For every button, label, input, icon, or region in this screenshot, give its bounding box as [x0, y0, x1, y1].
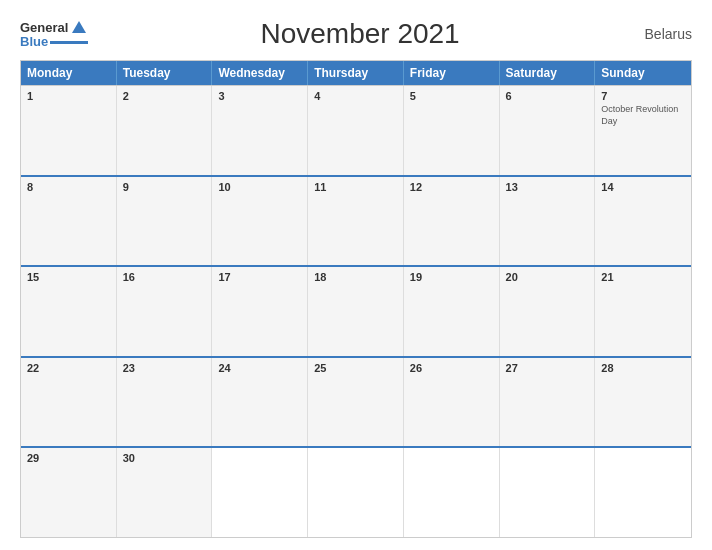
day-cell-23: 23: [117, 358, 213, 447]
day-cell-21: 21: [595, 267, 691, 356]
header-friday: Friday: [404, 61, 500, 85]
day-cell-20: 20: [500, 267, 596, 356]
header-saturday: Saturday: [500, 61, 596, 85]
logo-general-text: General: [20, 21, 68, 34]
country-label: Belarus: [632, 26, 692, 42]
calendar: Monday Tuesday Wednesday Thursday Friday…: [20, 60, 692, 538]
header-monday: Monday: [21, 61, 117, 85]
header-sunday: Sunday: [595, 61, 691, 85]
day-cell-15: 15: [21, 267, 117, 356]
day-cell-9: 9: [117, 177, 213, 266]
holiday-oct-rev: October Revolution Day: [601, 104, 685, 127]
weeks-container: 1 2 3 4 5 6 7 October Revolution Day 8 9…: [21, 85, 691, 537]
day-cell-empty-2: [308, 448, 404, 537]
day-cell-17: 17: [212, 267, 308, 356]
day-cell-10: 10: [212, 177, 308, 266]
logo-triangle-icon: [72, 21, 86, 33]
page-title: November 2021: [88, 18, 632, 50]
logo-line: [50, 41, 88, 44]
header: General Blue November 2021 Belarus: [20, 18, 692, 50]
day-cell-empty-3: [404, 448, 500, 537]
page: General Blue November 2021 Belarus Monda…: [0, 0, 712, 550]
header-tuesday: Tuesday: [117, 61, 213, 85]
logo-blue-text: Blue: [20, 35, 48, 48]
day-cell-19: 19: [404, 267, 500, 356]
logo: General Blue: [20, 21, 88, 48]
day-cell-27: 27: [500, 358, 596, 447]
day-cell-13: 13: [500, 177, 596, 266]
day-cell-empty-4: [500, 448, 596, 537]
header-wednesday: Wednesday: [212, 61, 308, 85]
week-row-4: 22 23 24 25 26 27 28: [21, 356, 691, 447]
day-cell-8: 8: [21, 177, 117, 266]
day-cell-29: 29: [21, 448, 117, 537]
day-headers-row: Monday Tuesday Wednesday Thursday Friday…: [21, 61, 691, 85]
day-cell-4: 4: [308, 86, 404, 175]
day-cell-1: 1: [21, 86, 117, 175]
day-cell-empty-1: [212, 448, 308, 537]
day-cell-28: 28: [595, 358, 691, 447]
header-thursday: Thursday: [308, 61, 404, 85]
day-cell-6: 6: [500, 86, 596, 175]
week-row-3: 15 16 17 18 19 20 21: [21, 265, 691, 356]
week-row-2: 8 9 10 11 12 13 14: [21, 175, 691, 266]
day-cell-22: 22: [21, 358, 117, 447]
day-cell-11: 11: [308, 177, 404, 266]
day-cell-16: 16: [117, 267, 213, 356]
week-row-5: 29 30: [21, 446, 691, 537]
day-cell-7: 7 October Revolution Day: [595, 86, 691, 175]
day-cell-24: 24: [212, 358, 308, 447]
day-cell-empty-5: [595, 448, 691, 537]
day-cell-25: 25: [308, 358, 404, 447]
day-cell-18: 18: [308, 267, 404, 356]
day-cell-26: 26: [404, 358, 500, 447]
day-cell-5: 5: [404, 86, 500, 175]
day-cell-3: 3: [212, 86, 308, 175]
week-row-1: 1 2 3 4 5 6 7 October Revolution Day: [21, 85, 691, 175]
day-cell-30: 30: [117, 448, 213, 537]
day-cell-14: 14: [595, 177, 691, 266]
day-cell-2: 2: [117, 86, 213, 175]
day-cell-12: 12: [404, 177, 500, 266]
